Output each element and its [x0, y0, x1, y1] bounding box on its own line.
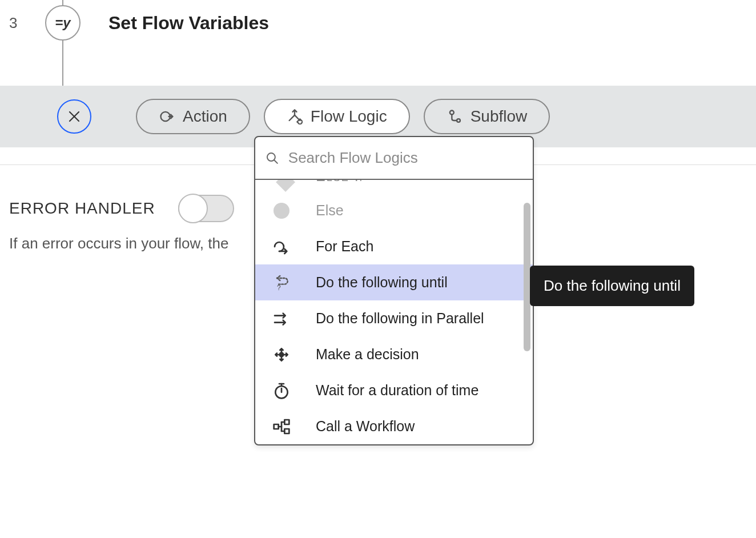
option-workflow[interactable]: Call a Workflow	[255, 408, 533, 444]
option-label: For Each	[316, 238, 373, 255]
step-number: 3	[6, 14, 34, 32]
node-symbol: =y	[55, 15, 70, 31]
subflow-label: Subflow	[471, 107, 528, 126]
flow-logic-icon	[287, 109, 303, 125]
svg-point-9	[280, 352, 284, 356]
tooltip-text: Do the following until	[544, 277, 681, 294]
foreach-icon	[272, 238, 291, 256]
parallel-icon	[272, 310, 291, 328]
error-handler-title: ERROR HANDLER	[9, 199, 155, 218]
diamond-icon	[276, 180, 295, 192]
option-label: Do the following until	[316, 274, 448, 291]
svg-text:?: ?	[277, 284, 281, 292]
search-input[interactable]	[287, 148, 522, 167]
flow-logic-pill[interactable]: Flow Logic	[264, 99, 410, 134]
error-handler-toggle[interactable]	[178, 195, 234, 222]
close-icon	[67, 110, 81, 123]
option-decision[interactable]: Make a decision	[255, 336, 533, 372]
subflow-pill[interactable]: Subflow	[424, 99, 550, 134]
option-elseif-partial[interactable]: Else If	[255, 180, 533, 192]
set-variables-node[interactable]: =y	[45, 5, 81, 41]
decision-icon	[272, 346, 291, 364]
option-label: Else If	[316, 180, 367, 184]
close-button[interactable]	[57, 99, 91, 134]
option-label: Do the following in Parallel	[316, 310, 484, 327]
flow-logic-dropdown: Else If Else For Each ? Do the following…	[254, 136, 534, 445]
stopwatch-icon	[272, 382, 291, 400]
option-foreach[interactable]: For Each	[255, 228, 533, 264]
option-else[interactable]: Else	[255, 192, 533, 228]
workflow-icon	[272, 417, 291, 436]
toggle-knob	[178, 194, 208, 223]
search-row	[255, 137, 533, 180]
option-label: Wait for a duration of time	[316, 382, 478, 399]
flow-step-row: 3 =y Set Flow Variables	[0, 0, 756, 46]
step-title: Set Flow Variables	[108, 13, 269, 34]
option-label: Make a decision	[316, 346, 419, 363]
action-pill[interactable]: Action	[136, 99, 250, 134]
action-icon	[159, 109, 175, 125]
option-wait[interactable]: Wait for a duration of time	[255, 372, 533, 408]
action-label: Action	[183, 107, 227, 126]
option-parallel[interactable]: Do the following in Parallel	[255, 300, 533, 336]
option-do-until[interactable]: ? Do the following until	[255, 264, 533, 300]
node-area: =y	[34, 5, 91, 41]
option-label: Else	[316, 202, 344, 219]
options-list: Else If Else For Each ? Do the following…	[255, 180, 533, 444]
option-label: Call a Workflow	[316, 418, 415, 435]
subflow-icon	[447, 109, 463, 125]
loop-until-icon: ?	[272, 274, 291, 292]
dot-icon	[274, 203, 289, 219]
svg-point-5	[457, 119, 460, 122]
svg-line-7	[274, 159, 278, 163]
tooltip: Do the following until	[530, 266, 694, 306]
flow-logic-label: Flow Logic	[311, 107, 387, 126]
search-icon	[266, 151, 279, 166]
svg-rect-3	[297, 119, 303, 125]
